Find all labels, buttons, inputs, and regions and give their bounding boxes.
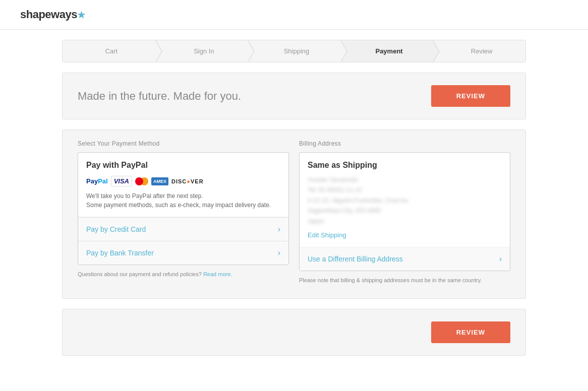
bank-transfer-option[interactable]: Pay by Bank Transfer › [78, 241, 288, 265]
logo: shapeways★ [20, 8, 85, 21]
billing-address-label: Billing Address [299, 140, 510, 147]
review-button-bottom[interactable]: REVIEW [431, 321, 510, 343]
bank-transfer-chevron-icon: › [278, 248, 280, 257]
different-billing-chevron-icon: › [499, 254, 502, 264]
breadcrumb-item-signin[interactable]: Sign In [155, 40, 248, 62]
bottom-section: REVIEW [62, 309, 526, 356]
paypal-description: We'll take you to PayPal after the next … [86, 191, 280, 210]
mastercard-logo-icon [135, 177, 148, 185]
payment-logos: PayPal VISA AMEX DISC●VER [86, 176, 280, 186]
payment-left-column: Select Your Payment Method Pay with PayP… [78, 140, 289, 283]
header: shapeways★ [0, 0, 588, 30]
read-more-link[interactable]: Read more. [203, 271, 232, 277]
discover-logo-icon: DISC●VER [171, 178, 204, 184]
amex-logo-icon: AMEX [151, 177, 168, 185]
paypal-title: Pay with PayPal [86, 161, 280, 170]
different-billing-label: Use a Different Billing Address [308, 255, 403, 263]
credit-card-option[interactable]: Pay by Credit Card › [78, 217, 288, 241]
breadcrumb-item-review: Review [433, 40, 525, 62]
logo-star: ★ [77, 10, 85, 20]
banner-text: Made in the future. Made for you. [78, 90, 241, 103]
review-button-top[interactable]: REVIEW [431, 85, 510, 107]
payment-right-column: Billing Address Same as Shipping Yusuke … [299, 140, 510, 283]
payment-policy-note: Questions about our payment and refund p… [78, 271, 289, 277]
billing-box: Same as Shipping Yusuke Yamamoto Tel: 81… [299, 152, 510, 271]
banner: Made in the future. Made for you. REVIEW [62, 73, 526, 119]
select-payment-label: Select Your Payment Method [78, 140, 289, 147]
breadcrumb: Cart Sign In Shipping Payment Review [62, 40, 526, 62]
breadcrumb-item-payment[interactable]: Payment [340, 40, 433, 62]
payment-section: Select Your Payment Method Pay with PayP… [62, 129, 526, 299]
payment-method-box: Pay with PayPal PayPal VISA AMEX DI [78, 152, 289, 265]
credit-card-label: Pay by Credit Card [86, 225, 146, 233]
bank-transfer-label: Pay by Bank Transfer [86, 249, 154, 257]
billing-country-note: Please note that billing & shipping addr… [299, 277, 510, 283]
credit-card-chevron-icon: › [278, 225, 280, 234]
paypal-logo-icon: PayPal [86, 177, 108, 185]
billing-same-title: Same as Shipping [308, 161, 502, 170]
billing-same-as-shipping: Same as Shipping Yusuke Yamamoto Tel: 81… [300, 153, 510, 247]
billing-address-text: Yusuke Yamamoto Tel: 81-80201-11-14 4-12… [308, 175, 502, 226]
edit-shipping-link[interactable]: Edit Shipping [308, 231, 502, 239]
paypal-section: Pay with PayPal PayPal VISA AMEX DI [78, 153, 288, 217]
breadcrumb-item-shipping[interactable]: Shipping [248, 40, 340, 62]
different-billing-option[interactable]: Use a Different Billing Address › [300, 247, 510, 271]
visa-logo-icon: VISA [111, 176, 132, 186]
breadcrumb-item-cart[interactable]: Cart [63, 40, 155, 62]
